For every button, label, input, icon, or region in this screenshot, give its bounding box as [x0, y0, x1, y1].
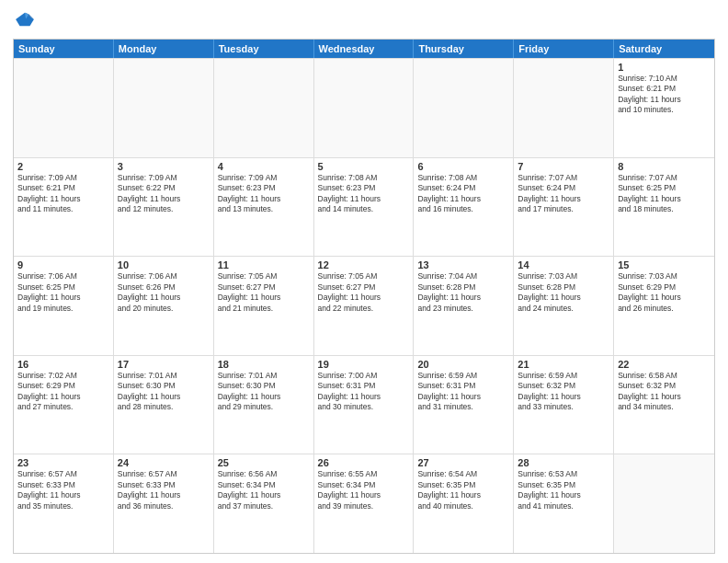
calendar-cell: 21Sunrise: 6:59 AM Sunset: 6:32 PM Dayli… — [514, 356, 614, 454]
day-info: Sunrise: 6:59 AM Sunset: 6:32 PM Dayligh… — [518, 371, 609, 413]
day-info: Sunrise: 7:05 AM Sunset: 6:27 PM Dayligh… — [318, 271, 410, 314]
day-number: 23 — [17, 457, 109, 468]
day-number: 18 — [218, 359, 310, 370]
calendar-cell — [514, 59, 614, 157]
calendar-cell: 3Sunrise: 7:09 AM Sunset: 6:22 PM Daylig… — [114, 158, 214, 257]
day-info: Sunrise: 7:01 AM Sunset: 6:30 PM Dayligh… — [218, 371, 310, 413]
page: SundayMondayTuesdayWednesdayThursdayFrid… — [0, 0, 728, 563]
calendar-cell: 22Sunrise: 6:58 AM Sunset: 6:32 PM Dayli… — [614, 356, 714, 454]
logo — [13, 9, 35, 33]
day-number: 2 — [17, 161, 109, 172]
calendar-cell: 7Sunrise: 7:07 AM Sunset: 6:24 PM Daylig… — [514, 158, 614, 257]
calendar-row: 2Sunrise: 7:09 AM Sunset: 6:21 PM Daylig… — [14, 157, 714, 257]
day-info: Sunrise: 7:04 AM Sunset: 6:28 PM Dayligh… — [417, 271, 509, 314]
day-number: 10 — [118, 259, 210, 270]
calendar-cell: 26Sunrise: 6:55 AM Sunset: 6:34 PM Dayli… — [314, 454, 415, 553]
calendar-cell: 18Sunrise: 7:01 AM Sunset: 6:30 PM Dayli… — [214, 356, 314, 454]
day-info: Sunrise: 6:57 AM Sunset: 6:33 PM Dayligh… — [17, 469, 109, 511]
calendar-cell: 9Sunrise: 7:06 AM Sunset: 6:25 PM Daylig… — [14, 257, 114, 355]
header — [13, 9, 715, 33]
calendar-cell: 19Sunrise: 7:00 AM Sunset: 6:31 PM Dayli… — [314, 356, 415, 454]
calendar-cell — [414, 59, 514, 157]
day-number: 19 — [318, 359, 410, 370]
calendar-cell — [214, 59, 314, 157]
day-info: Sunrise: 6:56 AM Sunset: 6:34 PM Dayligh… — [218, 469, 310, 511]
day-info: Sunrise: 7:06 AM Sunset: 6:26 PM Dayligh… — [118, 271, 210, 314]
calendar-row: 9Sunrise: 7:06 AM Sunset: 6:25 PM Daylig… — [14, 256, 714, 355]
calendar-cell: 8Sunrise: 7:07 AM Sunset: 6:25 PM Daylig… — [614, 158, 714, 257]
day-info: Sunrise: 7:08 AM Sunset: 6:23 PM Dayligh… — [318, 173, 410, 215]
calendar-cell — [614, 454, 714, 553]
day-info: Sunrise: 6:57 AM Sunset: 6:33 PM Dayligh… — [118, 469, 210, 511]
calendar-cell: 2Sunrise: 7:09 AM Sunset: 6:21 PM Daylig… — [14, 158, 114, 257]
day-info: Sunrise: 7:02 AM Sunset: 6:29 PM Dayligh… — [17, 371, 109, 413]
calendar-row: 23Sunrise: 6:57 AM Sunset: 6:33 PM Dayli… — [14, 454, 714, 553]
day-number: 11 — [218, 259, 310, 270]
calendar-cell — [114, 59, 214, 157]
calendar-cell: 4Sunrise: 7:09 AM Sunset: 6:23 PM Daylig… — [214, 158, 314, 257]
day-number: 12 — [318, 259, 410, 270]
cal-header-cell: Monday — [114, 40, 214, 58]
day-number: 4 — [218, 161, 310, 172]
day-info: Sunrise: 6:53 AM Sunset: 6:35 PM Dayligh… — [518, 469, 609, 511]
day-number: 16 — [17, 359, 109, 370]
calendar-cell: 6Sunrise: 7:08 AM Sunset: 6:24 PM Daylig… — [414, 158, 514, 257]
day-info: Sunrise: 6:59 AM Sunset: 6:31 PM Dayligh… — [417, 371, 509, 413]
calendar-cell — [314, 59, 415, 157]
cal-header-cell: Friday — [514, 40, 614, 58]
calendar-cell: 20Sunrise: 6:59 AM Sunset: 6:31 PM Dayli… — [414, 356, 514, 454]
day-number: 27 — [417, 457, 509, 468]
day-info: Sunrise: 7:07 AM Sunset: 6:24 PM Dayligh… — [518, 173, 609, 215]
calendar-body: 1Sunrise: 7:10 AM Sunset: 6:21 PM Daylig… — [14, 58, 714, 553]
logo-icon — [15, 9, 35, 29]
calendar: SundayMondayTuesdayWednesdayThursdayFrid… — [13, 39, 715, 554]
day-info: Sunrise: 7:03 AM Sunset: 6:29 PM Dayligh… — [618, 271, 711, 314]
calendar-cell: 25Sunrise: 6:56 AM Sunset: 6:34 PM Dayli… — [214, 454, 314, 553]
day-info: Sunrise: 7:03 AM Sunset: 6:28 PM Dayligh… — [518, 271, 609, 314]
calendar-cell: 12Sunrise: 7:05 AM Sunset: 6:27 PM Dayli… — [314, 257, 415, 355]
day-number: 7 — [518, 161, 609, 172]
day-info: Sunrise: 7:09 AM Sunset: 6:22 PM Dayligh… — [118, 173, 210, 215]
day-number: 24 — [118, 457, 210, 468]
day-info: Sunrise: 7:10 AM Sunset: 6:21 PM Dayligh… — [618, 74, 711, 116]
day-info: Sunrise: 7:09 AM Sunset: 6:23 PM Dayligh… — [218, 173, 310, 215]
day-number: 28 — [518, 457, 609, 468]
calendar-row: 1Sunrise: 7:10 AM Sunset: 6:21 PM Daylig… — [14, 58, 714, 157]
day-info: Sunrise: 7:08 AM Sunset: 6:24 PM Dayligh… — [417, 173, 509, 215]
cal-header-cell: Sunday — [14, 40, 114, 58]
calendar-cell: 23Sunrise: 6:57 AM Sunset: 6:33 PM Dayli… — [14, 454, 114, 553]
day-number: 14 — [518, 259, 609, 270]
day-number: 5 — [318, 161, 410, 172]
calendar-cell: 13Sunrise: 7:04 AM Sunset: 6:28 PM Dayli… — [414, 257, 514, 355]
svg-marker-0 — [16, 13, 34, 26]
calendar-cell: 15Sunrise: 7:03 AM Sunset: 6:29 PM Dayli… — [614, 257, 714, 355]
calendar-cell: 11Sunrise: 7:05 AM Sunset: 6:27 PM Dayli… — [214, 257, 314, 355]
calendar-row: 16Sunrise: 7:02 AM Sunset: 6:29 PM Dayli… — [14, 355, 714, 454]
cal-header-cell: Saturday — [614, 40, 714, 58]
day-info: Sunrise: 7:05 AM Sunset: 6:27 PM Dayligh… — [218, 271, 310, 314]
day-info: Sunrise: 7:07 AM Sunset: 6:25 PM Dayligh… — [618, 173, 711, 215]
day-number: 20 — [417, 359, 509, 370]
day-number: 25 — [218, 457, 310, 468]
cal-header-cell: Thursday — [414, 40, 514, 58]
calendar-cell — [14, 59, 114, 157]
day-info: Sunrise: 6:54 AM Sunset: 6:35 PM Dayligh… — [417, 469, 509, 511]
day-number: 17 — [118, 359, 210, 370]
day-info: Sunrise: 7:01 AM Sunset: 6:30 PM Dayligh… — [118, 371, 210, 413]
day-number: 3 — [118, 161, 210, 172]
day-number: 22 — [618, 359, 711, 370]
day-number: 9 — [17, 259, 109, 270]
calendar-header: SundayMondayTuesdayWednesdayThursdayFrid… — [14, 40, 714, 58]
day-info: Sunrise: 6:58 AM Sunset: 6:32 PM Dayligh… — [618, 371, 711, 413]
calendar-cell: 5Sunrise: 7:08 AM Sunset: 6:23 PM Daylig… — [314, 158, 415, 257]
cal-header-cell: Tuesday — [214, 40, 314, 58]
day-number: 1 — [618, 62, 711, 73]
calendar-cell: 1Sunrise: 7:10 AM Sunset: 6:21 PM Daylig… — [614, 59, 714, 157]
day-number: 15 — [618, 259, 711, 270]
cal-header-cell: Wednesday — [314, 40, 415, 58]
calendar-cell: 28Sunrise: 6:53 AM Sunset: 6:35 PM Dayli… — [514, 454, 614, 553]
day-info: Sunrise: 6:55 AM Sunset: 6:34 PM Dayligh… — [318, 469, 410, 511]
day-number: 6 — [417, 161, 509, 172]
calendar-cell: 17Sunrise: 7:01 AM Sunset: 6:30 PM Dayli… — [114, 356, 214, 454]
day-number: 8 — [618, 161, 711, 172]
